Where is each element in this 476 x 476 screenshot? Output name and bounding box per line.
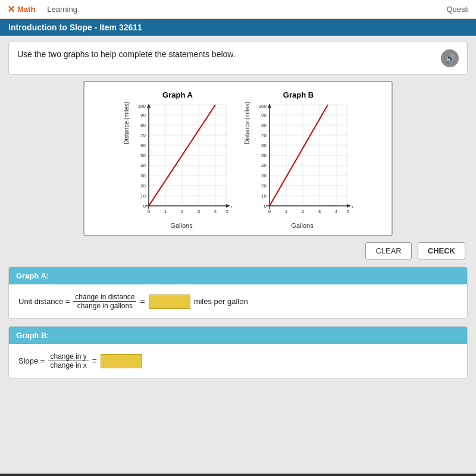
svg-text:30: 30 (140, 173, 146, 178)
section-b-card: Graph B: Slope = change in y change in x… (8, 326, 468, 378)
title-bar: Introduction to Slope - Item 32611 (0, 19, 476, 36)
questions-label: Questi (446, 5, 469, 14)
graph-b-y-label: Distance (miles) (244, 102, 250, 145)
question-text: Use the two graphs to help complete the … (17, 49, 435, 59)
graphs-container: Graph A Distance (miles) (83, 81, 393, 236)
section-b-fraction-den: change in x (48, 361, 88, 369)
graph-b-x-label: Gallons (252, 222, 353, 229)
section-a-equation: Unit distance = change in distance chang… (18, 293, 458, 310)
section-b-fraction-num: change in y (48, 352, 88, 361)
svg-text:70: 70 (140, 133, 146, 138)
section-a-card: Graph A: Unit distance = change in dista… (8, 267, 468, 319)
graph-b-area: Distance (miles) (244, 102, 353, 229)
svg-text:50: 50 (140, 153, 146, 158)
svg-text:100: 100 (138, 104, 146, 109)
svg-text:x: x (231, 204, 232, 209)
svg-text:0: 0 (148, 209, 151, 214)
section-a-answer-box[interactable] (149, 295, 190, 309)
buttons-row: CLEAR CHECK (8, 242, 468, 259)
graph-a-title: Graph A (162, 90, 193, 99)
svg-text:2: 2 (181, 209, 184, 214)
svg-text:100: 100 (259, 104, 267, 109)
graph-b-wrapper: Graph B Distance (miles) (244, 90, 353, 229)
svg-text:20: 20 (140, 183, 146, 189)
svg-marker-20 (226, 204, 230, 208)
svg-text:60: 60 (261, 143, 267, 148)
svg-text:70: 70 (261, 133, 267, 138)
check-button[interactable]: CHECK (418, 242, 465, 259)
svg-text:0: 0 (268, 209, 271, 214)
graph-a-wrapper: Graph A Distance (miles) (123, 90, 232, 229)
section-a-fraction-den: change in gallons (76, 302, 134, 310)
brand-x-icon: ✕ (7, 4, 15, 15)
svg-text:2: 2 (302, 209, 305, 214)
svg-text:80: 80 (261, 123, 267, 128)
graph-a-area: Distance (miles) (123, 102, 232, 229)
learning-label: Learning (47, 5, 77, 14)
svg-text:1: 1 (285, 209, 288, 214)
svg-text:50: 50 (261, 153, 267, 158)
svg-marker-19 (147, 104, 151, 108)
section-a-equals: = (140, 297, 145, 306)
svg-text:0: 0 (264, 203, 267, 209)
section-a-body: Unit distance = change in distance chang… (9, 284, 467, 318)
svg-text:4: 4 (335, 209, 338, 214)
section-b-equals: = (92, 356, 97, 366)
section-b-body: Slope = change in y change in x = (9, 344, 467, 378)
top-bar: ✕ Math Learning Questi (0, 0, 476, 19)
graph-b-title: Graph B (283, 90, 314, 99)
svg-text:60: 60 (140, 143, 146, 148)
svg-text:5: 5 (226, 209, 229, 214)
brand: ✕ Math (7, 4, 35, 15)
svg-text:30: 30 (261, 173, 267, 178)
graph-a-svg: 0 10 20 30 40 50 60 70 80 90 100 0 1 (131, 102, 232, 221)
page-title: Introduction to Slope - Item 32611 (8, 23, 142, 32)
section-a-fraction: change in distance change in gallons (73, 293, 136, 310)
graph-b-svg: 0 10 20 30 40 50 60 70 80 90 100 0 1 (252, 102, 353, 221)
svg-marker-60 (347, 204, 351, 208)
svg-text:5: 5 (347, 209, 350, 214)
section-a-units-label: miles per gallon (194, 297, 248, 306)
section-a-header: Graph A: (9, 267, 467, 284)
main-content: Use the two graphs to help complete the … (0, 36, 476, 474)
section-b-equation: Slope = change in y change in x = (18, 352, 458, 369)
clear-button[interactable]: CLEAR (365, 242, 411, 259)
section-b-answer-box[interactable] (101, 354, 142, 368)
svg-text:1: 1 (164, 209, 167, 214)
svg-text:10: 10 (261, 193, 267, 199)
svg-text:20: 20 (261, 183, 267, 189)
svg-text:x: x (352, 204, 353, 209)
svg-text:0: 0 (143, 203, 146, 209)
svg-marker-59 (268, 104, 271, 108)
section-a-fraction-num: change in distance (73, 293, 136, 302)
graph-a-inner: 0 10 20 30 40 50 60 70 80 90 100 0 1 (131, 102, 232, 229)
graph-b-inner: 0 10 20 30 40 50 60 70 80 90 100 0 1 (252, 102, 353, 229)
question-card: Use the two graphs to help complete the … (8, 42, 468, 75)
svg-text:90: 90 (140, 112, 146, 118)
graph-a-y-label: Distance (miles) (123, 102, 130, 145)
slope-label: Slope = (18, 356, 45, 365)
svg-text:40: 40 (261, 163, 267, 168)
svg-text:90: 90 (261, 112, 267, 118)
svg-text:4: 4 (214, 209, 217, 214)
svg-text:80: 80 (140, 123, 146, 128)
unit-distance-label: Unit distance = (18, 297, 70, 306)
svg-text:3: 3 (318, 209, 321, 214)
section-b-header: Graph B: (9, 327, 467, 344)
brand-math-label: Math (17, 5, 35, 14)
svg-text:3: 3 (198, 209, 201, 214)
audio-button[interactable]: 🔊 (441, 49, 459, 67)
section-b-fraction: change in y change in x (48, 352, 88, 369)
svg-text:10: 10 (140, 193, 146, 199)
svg-text:40: 40 (140, 163, 146, 168)
graph-a-x-label: Gallons (131, 222, 232, 229)
